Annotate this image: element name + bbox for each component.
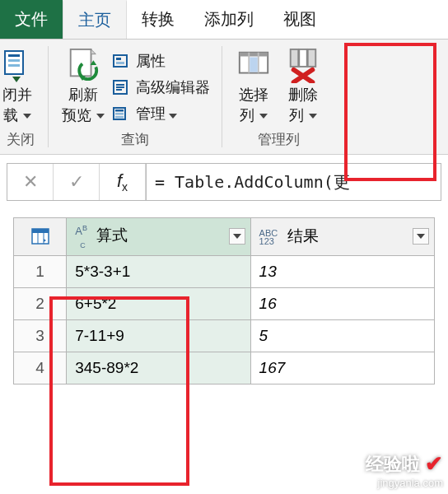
- cell-formula: 7-11+9: [67, 319, 250, 352]
- manage-icon: [111, 105, 129, 123]
- remove-columns-button[interactable]: 删除 列: [278, 43, 328, 124]
- svg-rect-19: [291, 49, 299, 67]
- table-row[interactable]: 4 345-89*2 167: [14, 352, 435, 384]
- svg-rect-20: [308, 49, 316, 67]
- row-number: 1: [14, 255, 67, 287]
- group-label-query: 查询: [121, 125, 149, 154]
- manage-button[interactable]: 管理: [111, 102, 210, 125]
- content-area: ✕ ✓ fx = Table.AddColumn(更 ABC: [0, 155, 448, 384]
- formula-confirm-button[interactable]: ✓: [54, 164, 100, 200]
- choose-columns-label-2: 列: [240, 106, 254, 125]
- remove-columns-icon: [286, 46, 320, 84]
- row-number: 3: [14, 319, 67, 352]
- tab-transform[interactable]: 转换: [127, 0, 189, 39]
- properties-icon: [111, 52, 129, 70]
- formula-text: = Table.AddColumn(更: [155, 171, 350, 193]
- svg-rect-3: [8, 64, 20, 67]
- table-row[interactable]: 3 7-11+9 5: [14, 319, 435, 352]
- close-load-label-2: 载: [3, 106, 18, 125]
- formula-bar: ✕ ✓ fx = Table.AddColumn(更: [7, 163, 441, 201]
- column-header-result-label: 结果: [287, 227, 319, 245]
- advanced-editor-label: 高级编辑器: [136, 77, 210, 97]
- choose-columns-icon: [236, 46, 271, 84]
- tab-home-label: 主页: [78, 9, 111, 31]
- table-row[interactable]: 2 6+5*2 16: [14, 287, 435, 319]
- remove-columns-label-1: 删除: [288, 86, 318, 105]
- refresh-label-2: 预览: [62, 106, 91, 125]
- watermark-text: 经验啦: [366, 452, 420, 477]
- close-load-icon: [0, 46, 35, 84]
- advanced-editor-icon: [111, 78, 129, 96]
- ribbon-separator: [48, 46, 49, 147]
- refresh-icon: [66, 46, 100, 84]
- column-header-formula-label: 算式: [96, 226, 128, 244]
- close-load-label-1: 闭并: [2, 86, 32, 105]
- confirm-check-icon: ✓: [69, 171, 84, 193]
- refresh-label-1: 刷新: [68, 86, 98, 105]
- formula-fx-button[interactable]: fx: [100, 164, 146, 200]
- data-grid: ABC 算式 ABC123 结果 1 5*3-3+1 13: [7, 217, 441, 384]
- svg-rect-21: [299, 49, 307, 67]
- cell-result: 16: [250, 287, 434, 319]
- choose-columns-button[interactable]: 选择 列: [229, 43, 278, 124]
- group-label-columns: 管理列: [258, 125, 300, 154]
- cell-result: 13: [250, 255, 434, 287]
- table-corner[interactable]: [14, 218, 67, 256]
- cell-formula: 5*3-3+1: [67, 255, 250, 287]
- close-and-load-button[interactable]: 闭并 载: [0, 43, 41, 124]
- advanced-editor-button[interactable]: 高级编辑器: [111, 76, 210, 99]
- svg-rect-23: [32, 229, 49, 233]
- any-type-icon: ABC123: [259, 229, 278, 246]
- tab-add-column[interactable]: 添加列: [189, 0, 268, 39]
- ribbon-row: 闭并 载 关闭: [0, 40, 448, 154]
- svg-rect-15: [240, 53, 268, 57]
- formula-input[interactable]: = Table.AddColumn(更: [146, 164, 441, 200]
- svg-rect-1: [8, 54, 20, 57]
- tab-transform-label: 转换: [142, 8, 175, 30]
- ribbon-group-query: 刷新 预览 属性 高级编辑器: [50, 40, 220, 154]
- ribbon-separator: [222, 46, 222, 147]
- text-type-icon: ABC: [75, 225, 87, 249]
- fx-icon: fx: [117, 170, 128, 193]
- svg-rect-12: [115, 113, 124, 115]
- cell-result: 5: [250, 319, 434, 352]
- tab-view-label: 视图: [283, 8, 316, 30]
- watermark-url: jingyanla.com: [366, 477, 443, 489]
- formula-cancel-button[interactable]: ✕: [7, 164, 54, 200]
- tab-file[interactable]: 文件: [0, 0, 63, 39]
- svg-rect-13: [115, 116, 124, 119]
- table-row[interactable]: 1 5*3-3+1 13: [14, 255, 435, 287]
- filter-dropdown-icon[interactable]: [413, 228, 429, 245]
- cancel-x-icon: ✕: [23, 171, 38, 193]
- column-header-formula[interactable]: ABC 算式: [67, 218, 250, 256]
- column-header-result[interactable]: ABC123 结果: [250, 218, 434, 256]
- cell-formula: 345-89*2: [67, 352, 250, 384]
- query-mini-buttons: 属性 高级编辑器 管理: [111, 43, 215, 125]
- svg-rect-18: [250, 57, 258, 72]
- ribbon-group-close: 闭并 载 关闭: [0, 40, 46, 154]
- svg-rect-2: [8, 59, 20, 62]
- manage-label: 管理: [136, 105, 166, 122]
- menu-bar: 文件 主页 转换 添加列 视图: [0, 0, 448, 40]
- svg-rect-7: [116, 58, 121, 60]
- refresh-preview-button[interactable]: 刷新 预览: [55, 43, 111, 124]
- watermark: 经验啦 ✔ jingyanla.com: [366, 451, 443, 489]
- tab-home[interactable]: 主页: [63, 0, 127, 39]
- properties-label: 属性: [136, 51, 166, 71]
- tab-view[interactable]: 视图: [268, 0, 331, 39]
- choose-columns-label-1: 选择: [239, 86, 268, 105]
- group-label-close: 关闭: [7, 125, 35, 154]
- svg-rect-8: [116, 62, 124, 64]
- ribbon-group-columns: 选择 列 删除 列: [224, 40, 333, 154]
- row-number: 4: [14, 352, 67, 384]
- cell-result: 167: [250, 352, 434, 384]
- row-number: 2: [14, 287, 67, 319]
- tab-add-column-label: 添加列: [204, 8, 254, 30]
- table-icon: [14, 218, 66, 255]
- remove-columns-label-2: 列: [289, 106, 304, 125]
- svg-rect-11: [115, 110, 124, 112]
- cell-formula: 6+5*2: [67, 287, 250, 319]
- svg-rect-6: [114, 55, 127, 67]
- properties-button[interactable]: 属性: [111, 49, 210, 72]
- filter-dropdown-icon[interactable]: [229, 228, 245, 245]
